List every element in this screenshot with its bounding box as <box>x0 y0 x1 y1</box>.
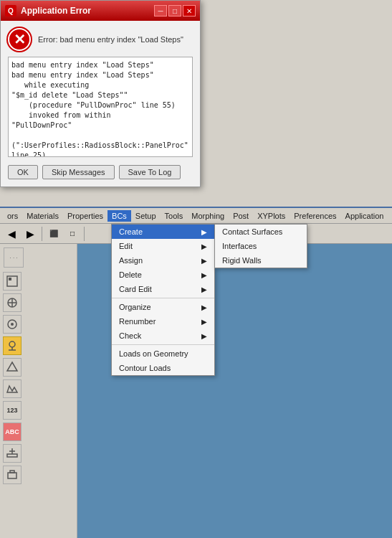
error-title-left: Q Application Error <box>5 5 91 16</box>
sidebar-icon-panel10[interactable] <box>3 466 21 484</box>
create-submenu: Contact Surfaces Interfaces Rigid Walls <box>214 224 307 268</box>
error-buttons: OK Skip Messages Save To Log <box>8 165 193 179</box>
maximize-button[interactable]: □ <box>168 5 181 16</box>
sidebar-icon-panel4[interactable] <box>3 336 21 355</box>
sidebar-icon-panel6[interactable] <box>3 379 21 398</box>
submenu-interfaces[interactable]: Interfaces <box>215 239 307 253</box>
dropdown-sep2 <box>112 344 214 345</box>
menu-edit[interactable]: Edit ▶ <box>112 239 214 253</box>
menu-contour-loads[interactable]: Contour Loads <box>112 361 214 375</box>
skip-messages-button[interactable]: Skip Messages <box>42 165 115 179</box>
menu-delete[interactable]: Delete ▶ <box>112 268 214 282</box>
card-edit-arrow: ▶ <box>201 285 207 293</box>
svg-rect-10 <box>7 454 17 457</box>
assign-arrow: ▶ <box>201 257 207 265</box>
toolbar-btn2[interactable]: □ <box>64 225 81 242</box>
check-arrow: ▶ <box>201 332 207 340</box>
app-icon: Q <box>5 5 16 16</box>
sidebar-icon-panel9[interactable] <box>3 444 21 463</box>
close-button[interactable]: ✕ <box>183 5 196 16</box>
submenu-contact-surfaces[interactable]: Contact Surfaces <box>215 225 307 239</box>
menu-preferences[interactable]: Preferences <box>290 210 340 222</box>
error-textarea[interactable] <box>8 57 193 157</box>
sidebar-icon-panel5[interactable] <box>3 358 21 377</box>
menu-renumber[interactable]: Renumber ▶ <box>112 314 214 329</box>
sidebar-icon-panel1[interactable] <box>3 272 21 291</box>
error-message-row: ✕ Error: bad menu entry index "Load Step… <box>8 28 193 51</box>
menu-xyplots[interactable]: XYPlots <box>253 210 290 222</box>
menu-loads-on-geometry[interactable]: Loads on Geometry <box>112 346 214 361</box>
menu-tools[interactable]: Tools <box>161 210 188 222</box>
menu-card-edit[interactable]: Card Edit ▶ <box>112 282 214 296</box>
menu-assign[interactable]: Assign ▶ <box>112 253 214 268</box>
error-title-bar: Q Application Error ─ □ ✕ <box>1 1 200 21</box>
toolbar-back-btn[interactable]: ◀ <box>3 225 20 242</box>
sidebar-icon-dots[interactable]: · · · <box>4 247 24 268</box>
toolbar-forward-btn[interactable]: ▶ <box>21 225 39 242</box>
menu-organize[interactable]: Organize ▶ <box>112 300 214 314</box>
toolbar-btn1[interactable]: ⬛ <box>45 225 62 242</box>
sidebar-icon-panel2[interactable] <box>3 293 21 312</box>
menu-application[interactable]: Application <box>341 210 388 222</box>
menu-materials[interactable]: Materials <box>22 210 63 222</box>
menu-check[interactable]: Check ▶ <box>112 329 214 343</box>
sidebar-icon-panel3[interactable] <box>3 315 21 334</box>
error-title-text: Application Error <box>21 6 91 16</box>
menu-bcs[interactable]: BCs <box>107 210 131 222</box>
menu-ors[interactable]: ors <box>3 210 22 222</box>
menu-bar: ors Materials Properties BCs Setup Tools… <box>0 208 392 224</box>
svg-rect-13 <box>8 473 16 478</box>
svg-point-7 <box>9 341 15 347</box>
sidebar-icon-panel8[interactable]: ABC <box>3 423 21 441</box>
error-message-text: Error: bad menu entry index "Load Steps" <box>38 35 183 44</box>
sidebar-icon-panel7[interactable]: 123 <box>3 401 21 420</box>
menu-morphing[interactable]: Morphing <box>187 210 229 222</box>
create-arrow: ▶ <box>201 228 207 236</box>
ok-button[interactable]: OK <box>8 165 38 179</box>
svg-rect-1 <box>9 278 11 280</box>
menu-setup[interactable]: Setup <box>131 210 161 222</box>
minimize-button[interactable]: ─ <box>154 5 167 16</box>
edit-arrow: ▶ <box>201 242 207 250</box>
error-title-controls: ─ □ ✕ <box>154 5 196 16</box>
save-to-log-button[interactable]: Save To Log <box>119 165 181 179</box>
svg-rect-14 <box>10 471 14 473</box>
left-sidebar: · · · 123 ABC <box>0 244 77 538</box>
error-dialog: Q Application Error ─ □ ✕ ✕ Error: bad m… <box>0 0 201 187</box>
menu-post[interactable]: Post <box>229 210 253 222</box>
error-body: ✕ Error: bad menu entry index "Load Step… <box>1 21 200 187</box>
organize-arrow: ▶ <box>201 303 207 311</box>
dropdown-sep1 <box>112 298 214 298</box>
svg-point-6 <box>11 323 14 326</box>
bcs-dropdown-menu: Create ▶ Edit ▶ Assign ▶ Delete ▶ Card E… <box>111 224 215 376</box>
menu-properties[interactable]: Properties <box>63 210 107 222</box>
submenu-rigid-walls[interactable]: Rigid Walls <box>215 253 307 268</box>
delete-arrow: ▶ <box>201 271 207 279</box>
toolbar-sep1 <box>42 227 42 241</box>
toolbar-sep2 <box>84 227 85 241</box>
error-icon-big: ✕ <box>8 28 31 51</box>
menu-create[interactable]: Create ▶ <box>112 225 214 239</box>
renumber-arrow: ▶ <box>201 318 207 326</box>
sidebar-icon-group: · · · 123 ABC <box>0 244 77 486</box>
